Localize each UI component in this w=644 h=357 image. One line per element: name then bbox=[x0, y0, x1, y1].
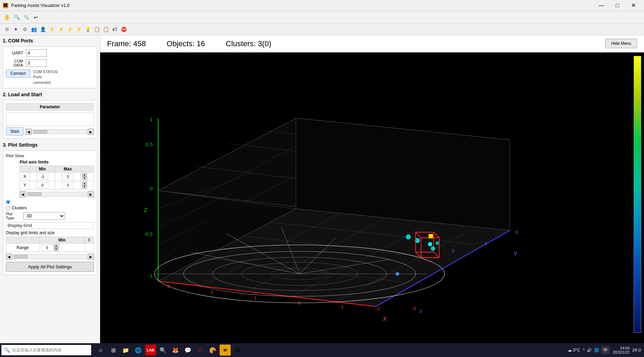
axis-limits-title: Plot axis limits bbox=[20, 160, 94, 165]
y-label: Y bbox=[20, 181, 30, 190]
axis-scroll-thumb bbox=[28, 192, 41, 196]
tool-icon-5[interactable]: 👤 bbox=[39, 25, 47, 33]
stop-icon[interactable]: ⛔ bbox=[119, 25, 128, 33]
plot-view-label: Plot View bbox=[6, 153, 94, 158]
clusters-label: Clusters: bbox=[226, 39, 256, 48]
axis-scroll-track[interactable] bbox=[27, 192, 87, 197]
tool-icon-13[interactable]: 🏷 bbox=[110, 25, 119, 33]
taskbar-app-edge[interactable]: 🌐 bbox=[133, 345, 144, 356]
param-list[interactable] bbox=[6, 112, 94, 126]
tool-icon-7[interactable]: ⚡ bbox=[57, 25, 65, 33]
range-spin-down[interactable]: ▼ bbox=[54, 248, 59, 251]
apply-plot-settings-button[interactable]: Apply All Plot Settings bbox=[6, 262, 94, 272]
axis-scroll-row: ◀ ▶ bbox=[20, 191, 94, 197]
taskbar-search-input[interactable] bbox=[12, 348, 81, 353]
com-ports-section: UART COMDATA Connect COM STATUS: Portsco… bbox=[3, 46, 97, 88]
maximize-button[interactable]: □ bbox=[609, 0, 625, 11]
scroll-track[interactable] bbox=[32, 129, 87, 134]
axis-scroll-left[interactable]: ◀ bbox=[20, 191, 26, 197]
taskbar-app-matlab[interactable]: M bbox=[220, 345, 231, 356]
range-max-cell bbox=[85, 244, 94, 252]
axis-limits-container: Plot axis limits Min Max X bbox=[20, 160, 94, 197]
load-start-section: Parameter Start ◀ ▶ bbox=[3, 100, 97, 139]
tool-icon-11[interactable]: 📋 bbox=[93, 25, 101, 33]
plot-area[interactable]: 1 0.5 0 -0.5 -1 Z 3 2 1 0 -1 -2 -3 X 0 1… bbox=[100, 52, 644, 343]
taskbar-app-grid[interactable]: ⊞ bbox=[108, 345, 119, 356]
scroll-right-btn[interactable]: ▶ bbox=[88, 129, 94, 135]
detected-radio[interactable] bbox=[6, 200, 10, 204]
plot-type-select[interactable]: 3D 2D bbox=[23, 212, 65, 220]
taskbar-search[interactable]: 🔍 bbox=[1, 345, 91, 355]
hide-menu-button[interactable]: Hide Menu bbox=[605, 39, 637, 48]
svg-rect-77 bbox=[429, 234, 433, 239]
svg-text:0: 0 bbox=[150, 186, 153, 192]
tool-icon-12[interactable]: 📋 bbox=[102, 25, 110, 33]
grid-scroll-left[interactable]: ◀ bbox=[6, 254, 12, 260]
zoom-in-icon[interactable]: 🔍 bbox=[12, 13, 21, 21]
connect-button[interactable]: Connect bbox=[6, 69, 30, 78]
taskbar-app-coin[interactable]: 🥐 bbox=[207, 345, 218, 356]
reset-icon[interactable]: ↩ bbox=[32, 13, 40, 21]
taskbar-app-search[interactable]: 🔍 bbox=[157, 345, 169, 356]
grid-scroll-thumb bbox=[14, 255, 28, 258]
range-spin-up[interactable]: ▲ bbox=[54, 244, 59, 248]
taskbar-app-shield[interactable]: 🛡 bbox=[195, 345, 206, 356]
tool-icon-6[interactable]: ⚡ bbox=[48, 25, 56, 33]
grid-scroll-track[interactable] bbox=[13, 254, 87, 259]
param-header: Parameter bbox=[6, 103, 94, 111]
com-status: COM STATUS: Portsconnected bbox=[33, 69, 59, 85]
zoom-out-icon[interactable]: 🔍 bbox=[22, 13, 30, 21]
x-max-input[interactable] bbox=[62, 173, 74, 180]
x-spin-down[interactable]: ▼ bbox=[82, 177, 87, 180]
tool-icon-8[interactable]: ⚡ bbox=[66, 25, 74, 33]
y-spin-down[interactable]: ▼ bbox=[82, 185, 87, 189]
taskbar-sys-icons: ^ 🔊 🌐 中 bbox=[583, 346, 610, 354]
taskbar-app-wechat[interactable]: 💬 bbox=[182, 345, 193, 356]
tool-icon-2[interactable]: ✦ bbox=[12, 25, 20, 33]
range-min-input[interactable] bbox=[41, 245, 53, 251]
x-spin-up[interactable]: ▲ bbox=[82, 173, 87, 177]
taskbar-app-firefox[interactable]: 🦊 bbox=[170, 345, 181, 356]
tool-icon-4[interactable]: 👥 bbox=[30, 25, 38, 33]
taskbar-expand-icon[interactable]: ^ bbox=[583, 348, 585, 353]
range-input-container: ▲ ▼ bbox=[41, 244, 83, 251]
close-button[interactable]: ✕ bbox=[625, 0, 641, 11]
taskbar-app-lab[interactable]: LAB bbox=[145, 345, 156, 356]
taskbar-app-folder[interactable]: 📁 bbox=[120, 345, 131, 356]
x-axis-row: X ▲ ▼ bbox=[20, 172, 94, 181]
tool-icon-10[interactable]: 💡 bbox=[84, 25, 92, 33]
taskbar-app-circle[interactable]: ○ bbox=[95, 345, 106, 356]
com-label: COMDATA bbox=[6, 59, 23, 67]
scroll-left-btn[interactable]: ◀ bbox=[26, 129, 32, 135]
grid-row-header bbox=[6, 237, 40, 244]
cb-label-06: 0.6 bbox=[627, 117, 632, 121]
tool-icon-9[interactable]: ⚡ bbox=[75, 25, 83, 33]
taskbar-lang[interactable]: 中 bbox=[601, 346, 610, 354]
clusters-radio[interactable] bbox=[6, 206, 10, 210]
x-min-input[interactable] bbox=[36, 173, 48, 180]
display-grid-section: Display Grid Display grid limits and siz… bbox=[6, 222, 94, 260]
svg-text:0.5: 0.5 bbox=[146, 142, 153, 147]
uart-row: UART bbox=[6, 49, 94, 57]
minimize-button[interactable]: — bbox=[594, 0, 609, 11]
com-data-input[interactable] bbox=[26, 59, 47, 67]
axis-scroll-right[interactable]: ▶ bbox=[88, 191, 94, 197]
objects-label: Objects: bbox=[167, 39, 195, 48]
tool-icon-3[interactable]: ⚙ bbox=[21, 25, 29, 33]
y-min-input[interactable] bbox=[36, 182, 48, 188]
taskbar-app-gear[interactable]: ⚙ bbox=[232, 345, 243, 356]
colorbar-axis-label: Z (m) bbox=[641, 190, 644, 199]
y-max-input[interactable] bbox=[62, 182, 74, 188]
taskbar-network-icon[interactable]: 🌐 bbox=[594, 348, 599, 353]
scroll-thumb bbox=[33, 130, 47, 133]
taskbar-volume-icon[interactable]: 🔊 bbox=[587, 348, 592, 353]
uart-input[interactable] bbox=[26, 49, 47, 57]
svg-point-75 bbox=[431, 246, 435, 251]
tool-icon-1[interactable]: ⚙ bbox=[3, 25, 11, 33]
hand-icon[interactable]: 🖐 bbox=[3, 13, 11, 21]
radio-group: Detected ... Clusters bbox=[6, 199, 94, 210]
left-panel: 1. COM Ports UART COMDATA Connect COM ST… bbox=[0, 35, 100, 343]
grid-scroll-right[interactable]: ▶ bbox=[88, 254, 94, 260]
y-spin-up[interactable]: ▲ bbox=[82, 182, 87, 185]
start-button[interactable]: Start bbox=[6, 127, 23, 136]
